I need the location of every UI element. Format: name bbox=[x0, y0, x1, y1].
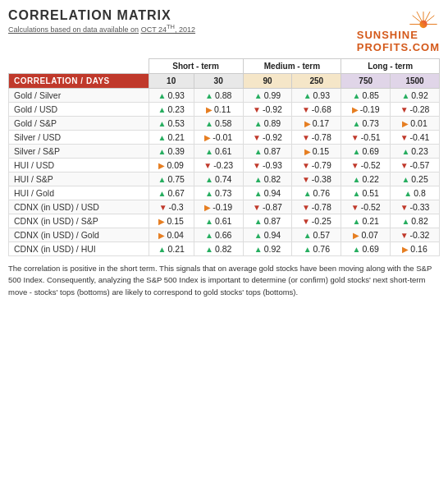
page-wrapper: CORRELATION MATRIX Calculations based on… bbox=[8, 8, 440, 298]
cell-value: 0.51 bbox=[362, 188, 378, 198]
cell-value: 0.39 bbox=[167, 146, 184, 156]
col-header-row: CORRELATION / DAYS 10 30 90 250 750 1500 bbox=[9, 74, 440, 89]
cell-value: 0.73 bbox=[215, 188, 231, 198]
arrow-icon: ▲ bbox=[254, 119, 263, 128]
arrow-icon: ▲ bbox=[254, 231, 263, 240]
data-cell: ▶0.09 bbox=[149, 159, 194, 172]
arrow-icon: ▼ bbox=[302, 203, 310, 212]
cell-value: -0.92 bbox=[263, 132, 282, 142]
arrow-icon: ▲ bbox=[205, 245, 213, 254]
data-cell: ▼-0.28 bbox=[391, 103, 440, 117]
cell-value: -0.38 bbox=[312, 174, 331, 184]
col-header-750: 750 bbox=[341, 74, 391, 89]
cell-value: 0.57 bbox=[313, 230, 330, 240]
data-cell: ▲0.92 bbox=[243, 242, 292, 256]
cell-value: 0.87 bbox=[264, 146, 281, 156]
data-cell: ▶-0.19 bbox=[341, 103, 391, 117]
data-cell: ▼-0.79 bbox=[292, 159, 341, 172]
row-label: CDNX (in USD) / HUI bbox=[9, 242, 149, 256]
data-cell: ▲0.76 bbox=[292, 242, 341, 256]
arrow-icon: ▲ bbox=[205, 91, 213, 100]
data-cell: ▶-0.19 bbox=[194, 200, 243, 214]
cell-value: 0.82 bbox=[264, 174, 281, 184]
arrow-icon: ▲ bbox=[254, 189, 263, 198]
cell-value: 0.22 bbox=[362, 174, 378, 184]
arrow-icon: ▼ bbox=[351, 133, 359, 142]
data-cell: ▲0.25 bbox=[391, 172, 440, 186]
table-row: Silver / USD▲0.21▶-0.01▼-0.92▼-0.78▼-0.5… bbox=[9, 131, 440, 145]
sun-icon bbox=[407, 8, 440, 29]
col-header-30: 30 bbox=[194, 74, 243, 89]
logo-text: SUNSHINE PROFITS.COM bbox=[357, 29, 440, 53]
arrow-icon: ▶ bbox=[304, 119, 311, 128]
data-cell: ▲0.99 bbox=[243, 89, 292, 103]
table-row: CDNX (in USD) / USD▼-0.3▶-0.19▼-0.87▼-0.… bbox=[9, 200, 440, 214]
cell-value: -0.41 bbox=[410, 132, 430, 142]
group-short-term: Short - term bbox=[149, 59, 243, 74]
data-cell: ▲0.67 bbox=[149, 186, 194, 200]
group-long-term: Long - term bbox=[341, 59, 440, 74]
cell-value: 0.16 bbox=[410, 244, 427, 254]
arrow-icon: ▲ bbox=[254, 245, 263, 254]
cell-value: 0.53 bbox=[167, 118, 184, 128]
data-cell: ▲0.94 bbox=[243, 228, 292, 242]
arrow-icon: ▲ bbox=[401, 147, 409, 156]
header: CORRELATION MATRIX Calculations based on… bbox=[8, 8, 440, 53]
arrow-icon: ▲ bbox=[353, 91, 361, 100]
cell-value: 0.23 bbox=[167, 104, 184, 114]
cell-value: 0.58 bbox=[215, 118, 231, 128]
logo: SUNSHINE PROFITS.COM bbox=[357, 8, 440, 53]
cell-value: -0.3 bbox=[169, 202, 184, 212]
arrow-icon: ▲ bbox=[205, 175, 213, 184]
data-cell: ▼-0.78 bbox=[292, 131, 341, 145]
arrow-icon: ▼ bbox=[351, 161, 359, 170]
cell-value: -0.78 bbox=[312, 132, 331, 142]
empty-cell bbox=[9, 59, 149, 74]
arrow-icon: ▲ bbox=[353, 175, 361, 184]
arrow-icon: ▲ bbox=[158, 245, 166, 254]
cell-value: 0.8 bbox=[414, 188, 426, 198]
data-cell: ▶0.11 bbox=[194, 103, 243, 117]
cell-value: 0.73 bbox=[362, 118, 378, 128]
arrow-icon: ▲ bbox=[353, 245, 361, 254]
data-cell: ▼-0.32 bbox=[391, 228, 440, 242]
cell-value: 0.21 bbox=[167, 132, 184, 142]
data-cell: ▶0.07 bbox=[341, 228, 391, 242]
data-cell: ▼-0.41 bbox=[391, 131, 440, 145]
cell-value: 0.21 bbox=[167, 244, 184, 254]
arrow-icon: ▲ bbox=[205, 189, 213, 198]
table-row: Gold / S&P▲0.53▲0.58▲0.89▶0.17▲0.73▶0.01 bbox=[9, 117, 440, 131]
cell-value: 0.69 bbox=[362, 244, 378, 254]
data-cell: ▶0.16 bbox=[391, 242, 440, 256]
data-cell: ▲0.76 bbox=[292, 186, 341, 200]
data-cell: ▼-0.93 bbox=[243, 159, 292, 172]
cell-value: 0.61 bbox=[215, 216, 231, 226]
cell-value: 0.67 bbox=[167, 188, 184, 198]
col-header-label: CORRELATION / DAYS bbox=[9, 74, 149, 89]
cell-value: 0.94 bbox=[264, 188, 281, 198]
cell-value: 0.66 bbox=[215, 230, 231, 240]
footer-text: The correlation is positive in the short… bbox=[8, 263, 440, 298]
cell-value: -0.79 bbox=[312, 160, 331, 170]
data-cell: ▼-0.25 bbox=[292, 214, 341, 228]
cell-value: 0.85 bbox=[362, 90, 378, 100]
group-medium-term: Medium - term bbox=[243, 59, 341, 74]
main-title: CORRELATION MATRIX bbox=[8, 8, 195, 23]
arrow-icon: ▼ bbox=[203, 161, 212, 170]
arrow-icon: ▲ bbox=[254, 91, 263, 100]
cell-value: 0.99 bbox=[264, 90, 281, 100]
arrow-icon: ▲ bbox=[304, 231, 312, 240]
cell-value: 0.82 bbox=[215, 244, 231, 254]
row-label: CDNX (in USD) / S&P bbox=[9, 214, 149, 228]
cell-value: 0.01 bbox=[410, 118, 427, 128]
data-cell: ▲0.61 bbox=[194, 214, 243, 228]
data-cell: ▲0.21 bbox=[341, 214, 391, 228]
data-cell: ▼-0.23 bbox=[194, 159, 243, 172]
table-row: Gold / Silver▲0.93▲0.88▲0.99▲0.93▲0.85▲0… bbox=[9, 89, 440, 103]
arrow-icon: ▶ bbox=[158, 231, 165, 240]
data-cell: ▲0.51 bbox=[341, 186, 391, 200]
cell-value: 0.76 bbox=[313, 244, 330, 254]
arrow-icon: ▲ bbox=[404, 189, 412, 198]
data-cell: ▲0.57 bbox=[292, 228, 341, 242]
cell-value: 0.15 bbox=[313, 146, 329, 156]
